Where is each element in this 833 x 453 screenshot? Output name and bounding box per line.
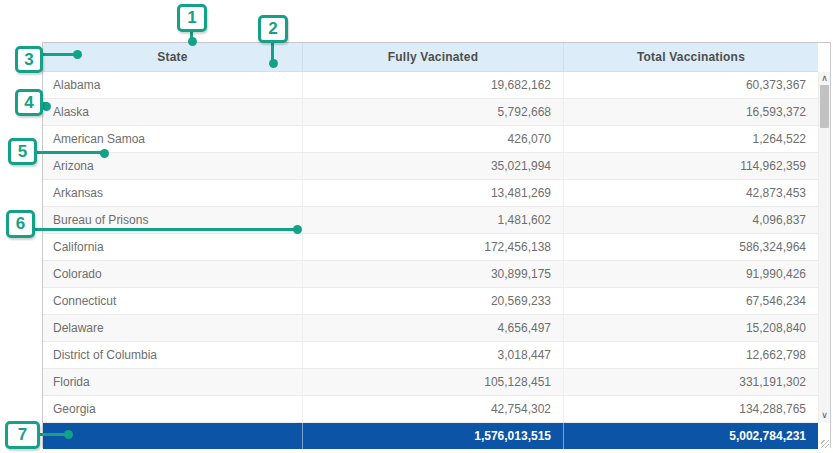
table-row[interactable]: Delaware4,656,49715,208,840: [43, 315, 818, 342]
total-vaccinations-cell: 134,288,765: [563, 396, 818, 422]
fully-vacinated-cell: 20,569,233: [302, 288, 563, 314]
column-header-state[interactable]: State: [43, 43, 302, 71]
column-header-fully-vacinated[interactable]: Fully Vacinated: [302, 43, 563, 71]
attribute-table: State Fully Vacinated Total Vaccinations…: [42, 42, 831, 448]
callout-4-dot: [42, 102, 51, 111]
scroll-up-icon[interactable]: ∧: [819, 72, 830, 84]
callout-7-dot: [64, 430, 73, 439]
summary-row: 1,576,013,515 5,002,784,231: [43, 423, 818, 449]
callout-6-line: [34, 228, 296, 231]
callout-7: 7: [5, 421, 40, 449]
callout-4: 4: [15, 89, 43, 116]
total-vaccinations-cell: 1,264,522: [563, 126, 818, 152]
fully-vacinated-cell: 4,656,497: [302, 315, 563, 341]
fully-vacinated-cell: 1,481,602: [302, 207, 563, 233]
callout-5-line: [36, 151, 104, 154]
callout-5-dot: [100, 149, 109, 158]
callout-4-label: 4: [24, 93, 33, 113]
fully-vacinated-cell: 105,128,451: [302, 369, 563, 395]
table-row[interactable]: Georgia42,754,302134,288,765: [43, 396, 818, 423]
table-row[interactable]: Florida105,128,451331,191,302: [43, 369, 818, 396]
fully-vacinated-cell: 5,792,668: [302, 99, 563, 125]
table-row[interactable]: Connecticut20,569,23367,546,234: [43, 288, 818, 315]
summary-total-vaccinations: 5,002,784,231: [563, 423, 818, 449]
state-cell: District of Columbia: [43, 342, 302, 368]
total-vaccinations-cell: 60,373,367: [563, 72, 818, 98]
table-row[interactable]: Alaska5,792,66816,593,372: [43, 99, 818, 126]
table-row[interactable]: American Samoa426,0701,264,522: [43, 126, 818, 153]
summary-fully-vacinated: 1,576,013,515: [302, 423, 563, 449]
callout-3-label: 3: [24, 50, 33, 70]
callout-1-dot: [188, 37, 197, 46]
table-row[interactable]: Arizona35,021,994114,962,359: [43, 153, 818, 180]
total-vaccinations-cell: 16,593,372: [563, 99, 818, 125]
callout-5: 5: [8, 138, 37, 165]
resize-grip-icon: [821, 440, 829, 448]
state-cell: Arizona: [43, 153, 302, 179]
vertical-scrollbar[interactable]: ∧ ∨: [818, 72, 830, 423]
fully-vacinated-cell: 42,754,302: [302, 396, 563, 422]
callout-6-label: 6: [16, 214, 25, 234]
state-cell: Connecticut: [43, 288, 302, 314]
scrollbar-thumb[interactable]: [820, 85, 829, 128]
total-vaccinations-cell: 12,662,798: [563, 342, 818, 368]
table-row[interactable]: Alabama19,682,16260,373,367: [43, 72, 818, 99]
state-cell: Alabama: [43, 72, 302, 98]
total-vaccinations-cell: 331,191,302: [563, 369, 818, 395]
callout-5-label: 5: [18, 142, 27, 162]
fully-vacinated-cell: 30,899,175: [302, 261, 563, 287]
total-vaccinations-cell: 67,546,234: [563, 288, 818, 314]
table-row[interactable]: California172,456,138586,324,964: [43, 234, 818, 261]
table-body: Alabama19,682,16260,373,367Alaska5,792,6…: [43, 72, 818, 423]
state-cell: California: [43, 234, 302, 260]
state-cell: American Samoa: [43, 126, 302, 152]
total-vaccinations-cell: 42,873,453: [563, 180, 818, 206]
state-cell: Alaska: [43, 99, 302, 125]
header-scrollbar-gap: [818, 43, 830, 72]
total-vaccinations-cell: 586,324,964: [563, 234, 818, 260]
callout-3: 3: [15, 46, 43, 73]
fully-vacinated-cell: 3,018,447: [302, 342, 563, 368]
fully-vacinated-cell: 426,070: [302, 126, 563, 152]
state-cell: Florida: [43, 369, 302, 395]
footer-scrollbar-gap: [818, 423, 830, 449]
fully-vacinated-cell: 35,021,994: [302, 153, 563, 179]
callout-2-label: 2: [268, 19, 277, 39]
fully-vacinated-cell: 172,456,138: [302, 234, 563, 260]
callout-2-dot: [269, 59, 278, 68]
table-header-row: State Fully Vacinated Total Vaccinations: [43, 43, 818, 72]
fully-vacinated-cell: 13,481,269: [302, 180, 563, 206]
callout-3-dot: [73, 50, 82, 59]
table-row[interactable]: District of Columbia3,018,44712,662,798: [43, 342, 818, 369]
state-cell: Georgia: [43, 396, 302, 422]
state-cell: Delaware: [43, 315, 302, 341]
scroll-down-icon[interactable]: ∨: [819, 409, 830, 421]
callout-1-label: 1: [187, 8, 196, 28]
state-cell: Arkansas: [43, 180, 302, 206]
state-cell: Colorado: [43, 261, 302, 287]
callout-6: 6: [6, 210, 35, 238]
total-vaccinations-cell: 4,096,837: [563, 207, 818, 233]
fully-vacinated-cell: 19,682,162: [302, 72, 563, 98]
table-row[interactable]: Arkansas13,481,26942,873,453: [43, 180, 818, 207]
table-row[interactable]: Colorado30,899,17591,990,426: [43, 261, 818, 288]
summary-state-cell: [43, 423, 302, 449]
total-vaccinations-cell: 15,208,840: [563, 315, 818, 341]
callout-7-label: 7: [18, 425, 27, 445]
column-header-total-vaccinations[interactable]: Total Vaccinations: [563, 43, 818, 71]
callout-1: 1: [177, 4, 207, 32]
total-vaccinations-cell: 114,962,359: [563, 153, 818, 179]
callout-6-dot: [293, 225, 302, 234]
total-vaccinations-cell: 91,990,426: [563, 261, 818, 287]
callout-2: 2: [258, 15, 288, 43]
